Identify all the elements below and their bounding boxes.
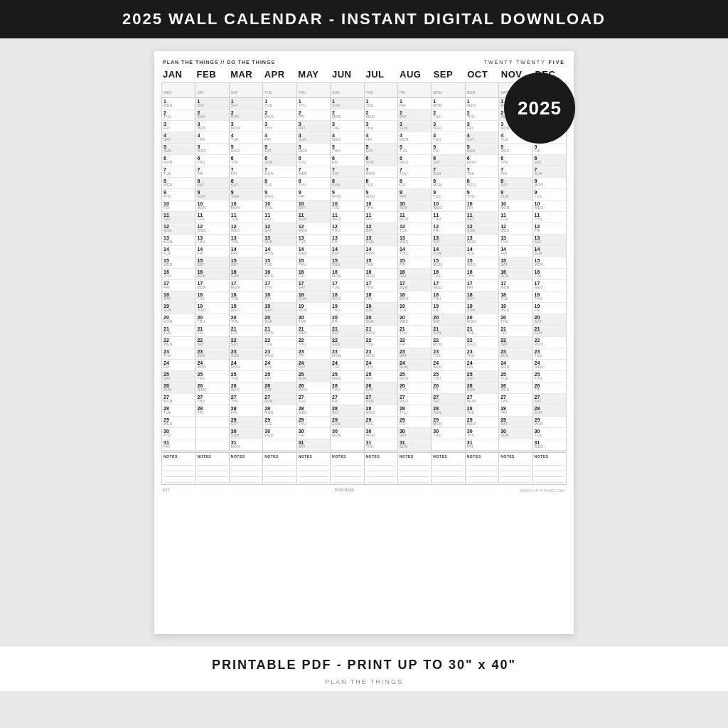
- notes-line: [164, 460, 193, 466]
- day-row: 7TUE: [162, 166, 195, 178]
- day-name-label: TUE: [164, 331, 193, 335]
- notes-label: NOTES: [299, 454, 328, 459]
- day-name-label: FRI: [231, 331, 261, 335]
- day-row: 24THU: [263, 360, 296, 371]
- day-name-label: WED: [231, 309, 261, 312]
- paper-footer-right: PURCHASE: [335, 488, 355, 494]
- notes-line: [264, 466, 294, 471]
- day-name-label: TUE: [366, 263, 396, 267]
- day-name-label: WED: [535, 365, 564, 369]
- day-name-label: THU: [467, 115, 497, 119]
- day-row: 23MON: [331, 348, 363, 360]
- day-row: 7SUN: [533, 166, 566, 178]
- day-name-label: TUE: [197, 218, 227, 221]
- day-name-label: THU: [299, 422, 328, 426]
- day-row: 21FRI: [230, 326, 262, 337]
- day-row: 18SUN: [297, 291, 330, 303]
- day-name-label: FRI: [535, 229, 564, 232]
- first-day-label: THU: [299, 90, 306, 95]
- month-header-jun: JUN: [331, 68, 364, 81]
- notes-line: [433, 460, 463, 466]
- day-name-label: SUN: [332, 104, 362, 107]
- day-name-label: TUE: [535, 195, 564, 198]
- day-row: 13WED: [398, 235, 431, 246]
- day-name-label: WED: [332, 138, 362, 141]
- day-row: 14TUE: [162, 246, 195, 257]
- day-row: 29SAT: [499, 417, 532, 428]
- day-row: 23SUN: [230, 348, 262, 360]
- notes-line: [400, 466, 429, 471]
- day-name-label: FRI: [500, 331, 530, 335]
- notes-label: NOTES: [197, 454, 227, 459]
- day-name-label: FRI: [400, 263, 429, 267]
- day-row: 11SAT: [466, 212, 498, 223]
- day-row: 15WED: [162, 257, 195, 269]
- day-row: 15THU: [297, 257, 330, 269]
- day-name-label: WED: [366, 195, 396, 198]
- day-row: 26FRI: [432, 382, 464, 394]
- day-row: 26MON: [297, 382, 330, 394]
- day-name-label: SUN: [299, 377, 328, 380]
- notes-col-feb: NOTES: [196, 453, 228, 484]
- notes-section: NOTESNOTESNOTESNOTESNOTESNOTESNOTESNOTES…: [161, 452, 567, 485]
- month-header-oct: OCT: [466, 68, 499, 81]
- day-row: 19FRI: [432, 303, 464, 314]
- day-name-label: WED: [197, 309, 227, 312]
- day-row: 22THU: [297, 337, 330, 348]
- day-name-label: THU: [500, 161, 530, 164]
- day-name-label: THU: [366, 365, 396, 369]
- day-row: 9SUN: [196, 189, 228, 200]
- day-row: 6MON: [466, 155, 498, 166]
- day-row: 5SUN: [466, 144, 498, 155]
- day-name-label: SUN: [500, 434, 530, 437]
- top-banner: 2025 WALL CALENDAR - INSTANT DIGITAL DOW…: [0, 0, 728, 38]
- day-row: 17SUN: [398, 280, 431, 291]
- day-row: 6SUN: [365, 155, 397, 166]
- notes-col-jul: NOTES: [365, 453, 397, 484]
- day-row: 27WED: [398, 394, 431, 405]
- day-row: [196, 439, 228, 451]
- day-name-label: MON: [299, 388, 328, 392]
- day-row: 3THU: [365, 121, 397, 132]
- day-row: 3MON: [230, 121, 262, 132]
- day-name-label: WED: [197, 149, 227, 153]
- day-name-label: TUE: [299, 400, 328, 403]
- day-name-label: MON: [467, 320, 497, 323]
- calendar-grid: WED1WED2THU3FRI4SAT5SUN6MON7TUE8WED9THU1…: [161, 82, 567, 451]
- day-row: 16THU: [162, 269, 195, 280]
- day-name-label: WED: [299, 172, 328, 176]
- day-name-label: TUE: [299, 320, 328, 323]
- day-row: 18SAT: [466, 291, 498, 303]
- day-row: 12TUE: [398, 223, 431, 235]
- day-row: 16SUN: [499, 269, 532, 280]
- month-first-day-row: FRI: [398, 83, 431, 98]
- day-row: 6WED: [398, 155, 431, 166]
- day-name-label: FRI: [197, 172, 227, 176]
- day-name-label: SUN: [535, 411, 564, 414]
- day-row: 17FRI: [466, 280, 498, 291]
- day-row: 8FRI: [398, 178, 431, 189]
- day-name-label: THU: [332, 229, 362, 232]
- day-row: 28WED: [297, 405, 330, 417]
- day-name-label: MON: [231, 127, 261, 130]
- day-name-label: THU: [366, 206, 396, 210]
- day-name-label: TUE: [332, 127, 362, 130]
- day-row: 26FRI: [533, 382, 566, 394]
- day-row: 10WED: [432, 200, 464, 212]
- bottom-banner-text: PRINTABLE PDF - PRINT UP TO 30" x 40": [0, 658, 728, 673]
- day-name-label: SAT: [332, 331, 362, 335]
- day-row: 19SAT: [365, 303, 397, 314]
- day-row: 24WED: [533, 360, 566, 371]
- day-name-label: TUE: [231, 218, 261, 221]
- day-name-label: MON: [467, 161, 497, 164]
- day-name-label: WED: [500, 309, 530, 312]
- day-name-label: WED: [231, 149, 261, 153]
- day-name-label: TUE: [500, 218, 530, 221]
- day-row: 18WED: [331, 291, 363, 303]
- day-name-label: TUE: [332, 206, 362, 210]
- notes-line: [164, 471, 193, 477]
- day-name-label: SUN: [231, 354, 261, 358]
- day-row: 9SUN: [499, 189, 532, 200]
- day-name-label: THU: [231, 240, 261, 244]
- day-name-label: FRI: [400, 422, 429, 426]
